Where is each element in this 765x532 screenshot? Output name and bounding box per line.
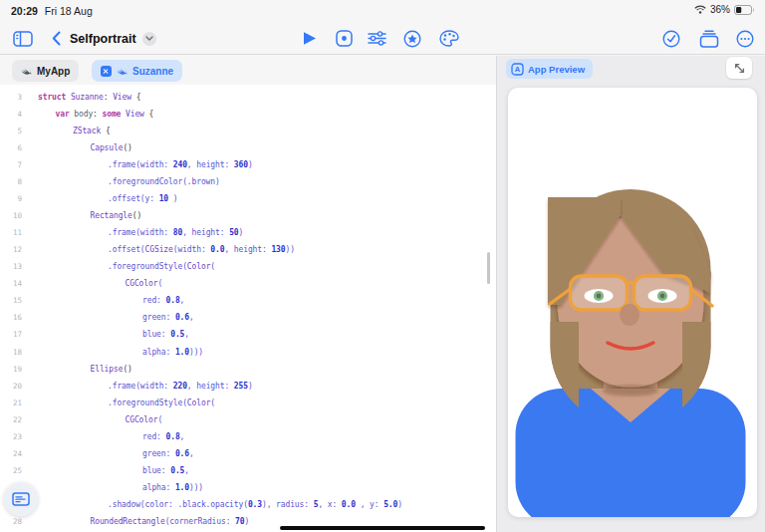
code-editor[interactable]: 23struct Suzanne: View {4var body: some … (0, 85, 496, 532)
code-line[interactable]: 14CGColor( (0, 275, 496, 292)
code-text: red: 0.8, (142, 428, 184, 445)
code-text: .foregroundStyle(Color( (108, 395, 215, 411)
line-number: 20 (0, 378, 22, 395)
code-line[interactable]: 19Ellipse() (0, 361, 496, 378)
tab-strip: MyApp Suzanne (0, 56, 496, 85)
code-line[interactable]: 3struct Suzanne: View { (0, 89, 496, 106)
code-line[interactable]: 10Rectangle() (0, 207, 496, 224)
close-tab-icon[interactable] (101, 66, 112, 77)
swift-icon (117, 66, 128, 77)
code-line[interactable]: 23red: 0.8, (0, 428, 496, 445)
line-number: 3 (0, 89, 22, 106)
code-line[interactable]: 6Capsule() (0, 139, 496, 156)
status-date: Fri 18 Aug (45, 5, 93, 17)
code-line[interactable]: 5ZStack { (0, 123, 496, 139)
code-text: Rectangle() (91, 207, 142, 224)
code-line[interactable]: 21.foregroundStyle(Color( (0, 395, 496, 411)
line-number: 16 (0, 309, 22, 326)
code-line[interactable]: 4var body: some View { (0, 106, 496, 123)
swift-icon (21, 66, 32, 77)
code-text: .offset(y: 10 ) (108, 190, 177, 207)
code-text: CGColor( (126, 275, 163, 292)
selfportrait-drawing (508, 88, 757, 517)
line-number: 24 (0, 445, 22, 462)
code-line[interactable]: 20.frame(width: 220, height: 255) (0, 378, 496, 395)
code-text: struct Suzanne: View { (38, 89, 140, 106)
code-line[interactable]: 24green: 0.6, (0, 445, 496, 462)
app-preview-badge[interactable]: A App Preview (506, 59, 593, 79)
check-circle-button[interactable] (659, 22, 683, 55)
code-text: alpha: 1.0))) (142, 479, 203, 496)
code-line[interactable]: 18alpha: 1.0))) (0, 344, 496, 361)
line-number: 14 (0, 275, 22, 292)
status-time: 20:29 (11, 5, 38, 17)
nose (620, 304, 639, 326)
code-line[interactable]: 7.frame(width: 240, height: 360) (0, 156, 496, 173)
toolbar: Selfportrait (0, 22, 765, 55)
line-number: 18 (0, 344, 22, 361)
line-number: 8 (0, 173, 22, 190)
tab-suzanne[interactable]: Suzanne (92, 60, 182, 82)
status-indicators: 36% (694, 4, 755, 15)
code-text: Capsule() (91, 139, 132, 156)
back-button[interactable] (48, 22, 64, 55)
line-number: 23 (0, 428, 22, 445)
line-number: 22 (0, 411, 22, 428)
line-number: 21 (0, 395, 22, 411)
code-line[interactable]: 15red: 0.8, (0, 292, 496, 309)
code-line[interactable]: 9.offset(y: 10 ) (0, 190, 496, 207)
tab-label: MyApp (37, 66, 70, 77)
code-line[interactable]: 27.shadow(color: .black.opacity(0.3), ra… (0, 496, 496, 513)
expand-icon (733, 62, 746, 75)
snippets-icon (12, 491, 30, 507)
app-icon: A (511, 63, 524, 76)
wifi-icon (694, 5, 706, 14)
code-line[interactable]: 16green: 0.6, (0, 309, 496, 326)
line-number: 11 (0, 224, 22, 241)
guide-star-button[interactable] (400, 22, 424, 55)
code-text: green: 0.6, (142, 309, 194, 326)
code-line[interactable]: 25blue: 0.5, (0, 462, 496, 479)
title-chevron-icon (142, 32, 156, 46)
code-line[interactable]: 12.offset(CGSize(width: 0.0, height: 130… (0, 241, 496, 258)
palette-button[interactable] (436, 22, 462, 55)
tab-myapp[interactable]: MyApp (12, 60, 79, 82)
code-line[interactable]: 8.foregroundColor(.brown) (0, 173, 496, 190)
page-title: Selfportrait (70, 32, 136, 46)
editor-scrollbar[interactable] (487, 252, 490, 284)
run-button[interactable] (299, 22, 321, 55)
projects-stack-button[interactable] (696, 22, 722, 55)
code-text: Ellipse() (91, 361, 132, 378)
app-preview-label: App Preview (528, 64, 585, 75)
code-text: .foregroundStyle(Color( (108, 258, 215, 275)
line-number: 25 (0, 462, 22, 479)
code-line[interactable]: 22CGColor( (0, 411, 496, 428)
code-line[interactable]: 26alpha: 1.0))) (0, 479, 496, 496)
more-options-button[interactable] (733, 22, 757, 55)
code-library-button[interactable] (4, 482, 38, 516)
code-text: .frame(width: 240, height: 360) (108, 156, 253, 173)
code-text: ZStack { (73, 123, 111, 139)
home-indicator[interactable] (280, 526, 485, 531)
sliders-icon-button[interactable] (365, 22, 388, 55)
code-line[interactable]: 13.foregroundStyle(Color( (0, 258, 496, 275)
expand-preview-button[interactable] (726, 57, 752, 79)
code-text: RoundedRectangle(cornerRadius: 70) (91, 513, 250, 530)
chin-shadow (603, 386, 658, 397)
code-text: green: 0.6, (142, 445, 194, 462)
live-view-button[interactable] (333, 22, 355, 55)
sidebar-toggle-button[interactable] (10, 22, 36, 55)
code-line[interactable]: 17blue: 0.5, (0, 326, 496, 343)
code-line[interactable]: 11.frame(width: 80, height: 50) (0, 224, 496, 241)
document-title-menu[interactable]: Selfportrait (70, 22, 156, 55)
status-bar: 20:29Fri 18 Aug 36% (0, 0, 765, 22)
code-text: red: 0.8, (142, 292, 184, 309)
line-number: 4 (0, 106, 22, 123)
code-text: blue: 0.5, (142, 462, 189, 479)
code-text: CGColor( (126, 411, 163, 428)
line-number: 13 (0, 258, 22, 275)
app-preview-canvas[interactable] (508, 88, 757, 517)
code-text: var body: some View { (56, 106, 154, 123)
code-text: .foregroundColor(.brown) (108, 173, 220, 190)
line-number: 9 (0, 190, 22, 207)
